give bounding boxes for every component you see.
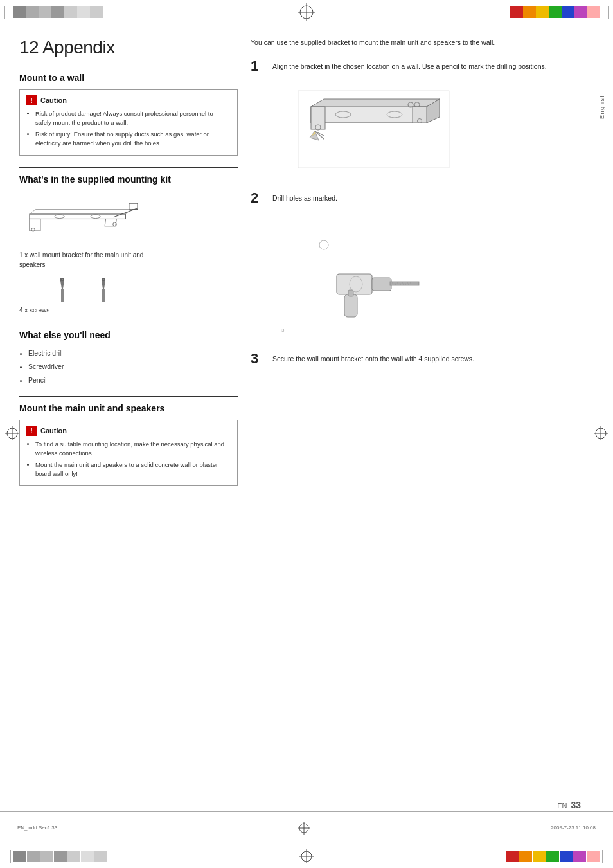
caution-item-2-2: Mount the main unit and speakers to a so… xyxy=(35,460,231,479)
intro-text: You can use the supplied bracket to moun… xyxy=(251,37,594,48)
svg-point-39 xyxy=(319,240,328,249)
step-2-block: 2 Drill holes as marked. xyxy=(251,190,594,339)
chapter-title: 12 Appendix xyxy=(19,37,238,58)
right-color-strip xyxy=(510,0,600,24)
crosshair-right xyxy=(594,426,608,442)
crosshair-left xyxy=(5,426,19,442)
screw-1 xyxy=(58,278,67,304)
caution-label-1: Caution xyxy=(40,96,67,104)
svg-rect-33 xyxy=(413,107,427,123)
section-title-mount: Mount to a wall xyxy=(19,73,238,83)
svg-marker-16 xyxy=(60,281,64,289)
caution-box-1: ! Caution Risk of product damage! Always… xyxy=(19,89,238,156)
section-divider-1 xyxy=(19,66,238,66)
step2-illustration: 3 xyxy=(272,210,427,338)
svg-text:3: 3 xyxy=(281,327,285,333)
svg-rect-31 xyxy=(311,107,325,129)
step-3-number: 3 xyxy=(251,351,265,366)
need-item-drill: Electric drill xyxy=(28,347,238,360)
page-number-area: EN 33 xyxy=(557,800,581,810)
bracket-illustration xyxy=(19,196,148,241)
caution-label-2: Caution xyxy=(40,427,67,435)
step-1-text: Align the bracket in the chosen location… xyxy=(272,59,547,72)
svg-rect-42 xyxy=(372,278,391,291)
svg-line-12 xyxy=(30,210,35,214)
svg-point-11 xyxy=(91,215,100,219)
crosshair-bottom-center xyxy=(298,822,310,835)
step-3-text: Secure the wall mount bracket onto the w… xyxy=(272,351,474,366)
need-list: Electric drill Screwdriver Pencil xyxy=(19,347,238,387)
section-divider-4 xyxy=(19,396,238,397)
svg-marker-20 xyxy=(102,281,105,289)
need-item-screwdriver: Screwdriver xyxy=(28,360,238,374)
svg-rect-17 xyxy=(61,289,64,302)
step1-illustration xyxy=(272,81,459,177)
page-lang: EN xyxy=(557,802,567,809)
svg-rect-21 xyxy=(102,289,105,302)
caution-list-2: To find a suitable mounting location, ma… xyxy=(26,440,231,478)
svg-rect-40 xyxy=(337,274,372,294)
caution-list-1: Risk of product damage! Always consult p… xyxy=(26,109,231,148)
step-1-block: 1 Align the bracket in the chosen locati… xyxy=(251,59,594,177)
svg-rect-41 xyxy=(344,294,357,317)
side-english-label: English xyxy=(599,93,605,119)
crosshair-center xyxy=(298,3,315,21)
svg-rect-3 xyxy=(30,214,125,219)
bottom-reg-bar xyxy=(0,844,613,868)
svg-marker-25 xyxy=(311,99,440,107)
page-num: 33 xyxy=(571,800,581,810)
step-3-block: 3 Secure the wall mount bracket onto the… xyxy=(251,351,594,366)
svg-line-13 xyxy=(125,210,131,214)
svg-rect-43 xyxy=(390,282,419,285)
subsection-mount-title: Mount the main unit and speakers xyxy=(19,403,238,413)
subsection-kit-title: What's in the supplied mounting kit xyxy=(19,174,238,185)
left-color-strip xyxy=(13,0,103,24)
footer-right: 2009-7-23 11:10:08 xyxy=(551,825,596,831)
caution-icon-2: ! xyxy=(26,426,37,436)
step-2-text: Drill holes as marked. xyxy=(272,190,427,204)
step-2-number: 2 xyxy=(251,190,265,339)
subsection-need-title: What else you'll need xyxy=(19,330,238,340)
step-1-number: 1 xyxy=(251,59,265,177)
section-divider-3 xyxy=(19,323,238,323)
need-item-pencil: Pencil xyxy=(28,374,238,387)
kit-description: 1 x wall mount bracket for the main unit… xyxy=(19,250,238,269)
svg-point-10 xyxy=(55,215,64,219)
crosshair-bottom xyxy=(299,849,314,863)
caution-icon-1: ! xyxy=(26,95,37,105)
caution-item-1-1: Risk of product damage! Always consult p… xyxy=(35,109,231,128)
section-divider-2 xyxy=(19,167,238,168)
caution-box-2: ! Caution To find a suitable mounting lo… xyxy=(19,420,238,486)
screw-2 xyxy=(99,278,108,304)
screws-label: 4 x screws xyxy=(19,307,238,314)
svg-rect-24 xyxy=(311,107,427,123)
caution-item-2-1: To find a suitable mounting location, ma… xyxy=(35,440,231,458)
bottom-bar: EN_indd Sec1:33 2009-7-23 11:10:08 xyxy=(0,811,613,844)
footer-left: EN_indd Sec1:33 xyxy=(17,825,57,831)
screws-illustration xyxy=(58,278,238,304)
caution-item-1-2: Risk of injury! Ensure that no supply du… xyxy=(35,130,231,149)
